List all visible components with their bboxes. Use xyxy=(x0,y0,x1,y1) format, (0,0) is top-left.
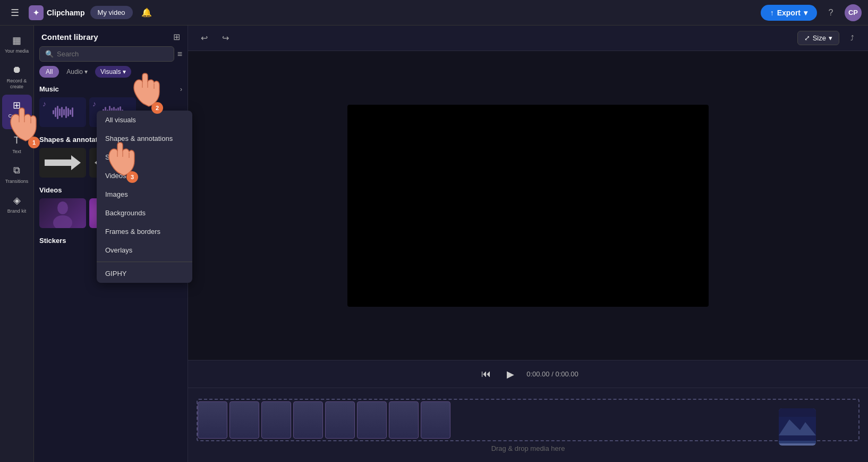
drag-drop-label: Drag & drop media here xyxy=(491,444,565,452)
arrow-right-icon xyxy=(39,148,86,178)
text-icon: T xyxy=(11,135,23,147)
stickers-section-title: Stickers xyxy=(39,237,66,245)
timeline-thumbnail xyxy=(779,408,816,446)
sidebar-item-record-create[interactable]: ⏺ Record &create xyxy=(2,60,32,94)
help-button[interactable]: ? xyxy=(822,4,839,21)
notifications-button[interactable]: 🔔 xyxy=(138,4,155,21)
tab-audio[interactable]: Audio ▾ xyxy=(61,66,93,78)
search-input[interactable] xyxy=(57,50,168,58)
music-section-title: Music xyxy=(39,85,59,93)
topbar: ☰ ✦ Clipchamp My video 🔔 ↑ Export ▾ ? CP xyxy=(0,0,868,26)
svg-point-2 xyxy=(57,201,68,214)
timeline-clip-3[interactable] xyxy=(261,401,291,439)
tab-visuals[interactable]: Visuals ▾ xyxy=(95,66,131,78)
redo-button[interactable]: ↪ xyxy=(217,30,234,47)
export-chevron-icon: ▾ xyxy=(804,9,807,17)
mountain-icon xyxy=(779,408,816,443)
share-button[interactable]: ⤴ xyxy=(844,30,861,47)
undo-button[interactable]: ↩ xyxy=(195,30,212,47)
vdd-stickers[interactable]: Stickers xyxy=(97,148,192,166)
svg-marker-11 xyxy=(779,441,816,443)
filter-button[interactable]: ≡ xyxy=(177,49,182,59)
video-thumb-1[interactable] xyxy=(39,198,86,228)
timeline-clip-5[interactable] xyxy=(325,401,355,439)
person-silhouette-icon xyxy=(39,198,86,228)
svg-point-3 xyxy=(53,215,72,228)
vdd-shapes[interactable]: Shapes & annotations xyxy=(97,129,192,148)
timeline-track xyxy=(197,399,860,441)
search-row: 🔍 ≡ xyxy=(34,46,188,66)
music-note-icon-2: ♪ xyxy=(92,99,96,108)
svg-rect-12 xyxy=(779,408,816,417)
vdd-images[interactable]: Images xyxy=(97,185,192,204)
export-icon: ↑ xyxy=(770,9,774,17)
play-button[interactable]: ▶ xyxy=(502,366,519,383)
sidebar-item-content-library[interactable]: ⊞ Contentlibrary xyxy=(2,95,32,129)
sidebar-item-brand-kit[interactable]: ◈ Brand kit xyxy=(2,190,32,219)
video-preview xyxy=(347,105,709,307)
visuals-chevron-icon: ▾ xyxy=(123,68,126,75)
vdd-videos[interactable]: Videos xyxy=(97,166,192,185)
content-library-icon: ⊞ xyxy=(11,99,23,112)
vdd-divider xyxy=(97,262,192,262)
export-button[interactable]: ↑ Export ▾ xyxy=(761,5,817,21)
music-section-header: Music › xyxy=(39,81,182,97)
resize-icon: ⤢ xyxy=(804,34,810,42)
logo-icon: ✦ xyxy=(29,5,44,20)
hamburger-button[interactable]: ☰ xyxy=(6,4,23,21)
vdd-backgrounds[interactable]: Backgrounds xyxy=(97,204,192,222)
timeline-clip-7[interactable] xyxy=(389,401,419,439)
vdd-all-visuals[interactable]: All visuals xyxy=(97,111,192,129)
app-title: Clipchamp xyxy=(47,9,85,17)
timeline-clip-2[interactable] xyxy=(229,401,259,439)
vdd-overlays[interactable]: Overlays xyxy=(97,241,192,259)
content-panel: Content library ⊞ 🔍 ≡ All Audio ▾ Visual… xyxy=(34,26,188,462)
music-note-icon-1: ♪ xyxy=(42,99,46,108)
svg-marker-0 xyxy=(45,155,81,170)
workspace: ↩ ↪ ⤢ Size ▾ ⤴ ⏮ ▶ 0:00.00 / 0:00.00 xyxy=(188,26,868,462)
playback-bar: ⏮ ▶ 0:00.00 / 0:00.00 xyxy=(188,360,868,388)
size-button[interactable]: ⤢ Size ▾ xyxy=(797,31,839,45)
vdd-frames[interactable]: Frames & borders xyxy=(97,222,192,241)
visuals-dropdown: All visuals Shapes & annotations Sticker… xyxy=(97,111,192,283)
content-panel-title: Content library xyxy=(41,32,98,41)
transitions-icon: ⧉ xyxy=(11,164,23,177)
playback-time: 0:00.00 / 0:00.00 xyxy=(526,370,578,378)
main-layout: ▦ Your media ⏺ Record &create ⊞ Contentl… xyxy=(0,26,868,462)
record-icon: ⏺ xyxy=(11,64,23,77)
video-name-button[interactable]: My video xyxy=(90,6,133,19)
vdd-giphy[interactable]: GIPHY xyxy=(97,264,192,283)
music-section-chevron[interactable]: › xyxy=(180,86,182,93)
avatar[interactable]: CP xyxy=(845,4,862,21)
icon-sidebar: ▦ Your media ⏺ Record &create ⊞ Contentl… xyxy=(0,26,34,462)
timeline-clip-4[interactable] xyxy=(293,401,323,439)
timeline-clip-6[interactable] xyxy=(357,401,387,439)
timeline[interactable]: Drag & drop media here xyxy=(188,388,868,462)
app-logo: ✦ Clipchamp xyxy=(29,5,85,20)
preview-area xyxy=(188,51,868,360)
size-chevron-icon: ▾ xyxy=(829,34,832,42)
search-box: 🔍 xyxy=(39,46,174,62)
music-thumb-1[interactable]: ♪ xyxy=(39,97,86,127)
timeline-thumb-inner xyxy=(779,408,816,446)
skip-back-button[interactable]: ⏮ xyxy=(478,366,495,383)
timeline-clips xyxy=(198,400,450,440)
sidebar-item-your-media[interactable]: ▦ Your media xyxy=(2,30,32,58)
audio-chevron-icon: ▾ xyxy=(84,68,88,75)
sidebar-item-text[interactable]: T Text xyxy=(2,130,32,159)
timeline-clip-1[interactable] xyxy=(198,401,227,439)
search-icon: 🔍 xyxy=(45,50,54,58)
content-panel-header: Content library ⊞ xyxy=(34,26,188,46)
brand-kit-icon: ◈ xyxy=(11,194,23,207)
workspace-toolbar: ↩ ↪ ⤢ Size ▾ ⤴ xyxy=(188,26,868,51)
filter-tabs: All Audio ▾ Visuals ▾ xyxy=(34,66,188,81)
arrow-right-thumb[interactable] xyxy=(39,148,86,178)
panel-layout-button[interactable]: ⊞ xyxy=(173,32,180,42)
tab-all[interactable]: All xyxy=(39,66,59,78)
music-wave-1 xyxy=(53,104,73,120)
sidebar-item-transitions[interactable]: ⧉ Transitions xyxy=(2,160,32,189)
timeline-clip-8[interactable] xyxy=(421,401,450,439)
videos-section-title: Videos xyxy=(39,186,62,194)
your-media-icon: ▦ xyxy=(11,34,23,47)
